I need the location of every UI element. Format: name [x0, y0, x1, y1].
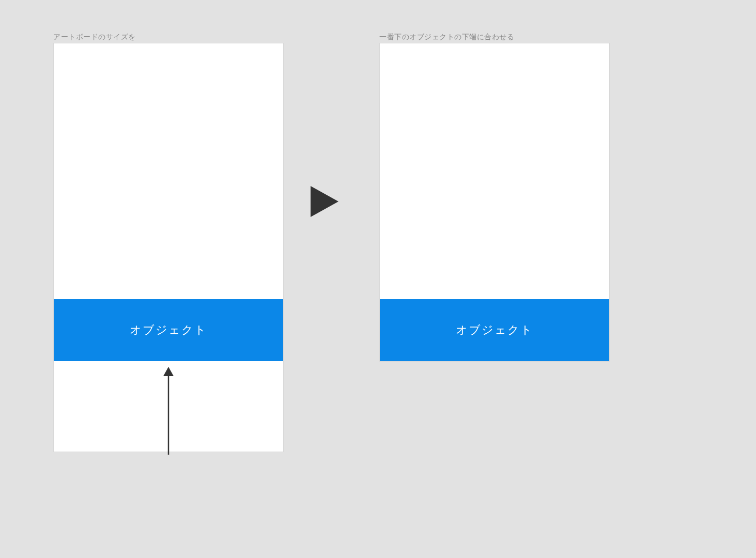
object-label-before: オブジェクト [130, 322, 207, 338]
object-bar-before: オブジェクト [54, 299, 283, 361]
label-right-artboard: 一番下のオブジェクトの下端に合わせる [379, 33, 514, 42]
object-label-after: オブジェクト [456, 322, 533, 338]
play-arrow-icon [306, 183, 343, 220]
svg-marker-1 [163, 367, 174, 376]
label-left-artboard: アートボードのサイズを [53, 33, 136, 42]
object-bar-after: オブジェクト [380, 299, 609, 361]
artboard-before: オブジェクト [53, 43, 284, 452]
arrow-up-icon [162, 367, 175, 455]
svg-marker-2 [311, 186, 338, 217]
artboard-after: オブジェクト [379, 43, 610, 362]
